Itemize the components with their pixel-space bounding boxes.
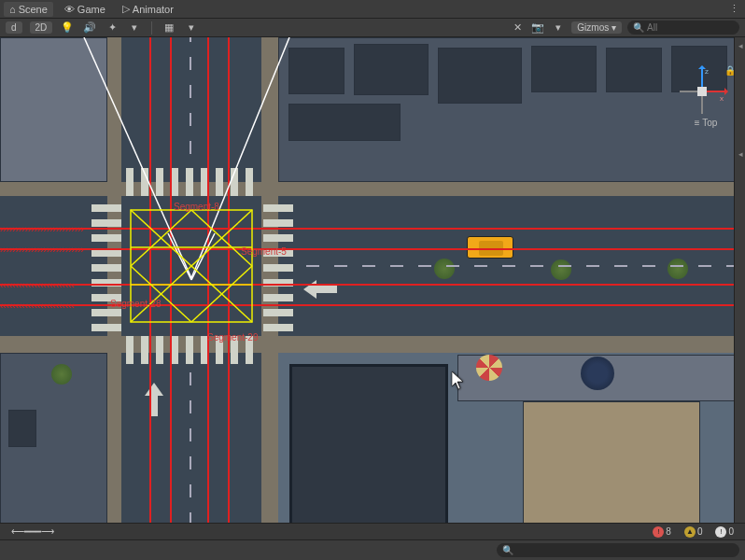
info-icon: ! <box>715 526 726 538</box>
error-icon: ! <box>653 526 664 538</box>
console-search-input[interactable] <box>516 545 600 555</box>
tab-game-label: Game <box>77 4 105 15</box>
road-arrow-left <box>303 280 337 299</box>
scene-icon: ⌂ <box>9 4 16 15</box>
lighting-icon[interactable]: 💡 <box>60 21 75 35</box>
road-arrow-up <box>145 383 163 416</box>
building <box>278 37 736 182</box>
crosswalk <box>126 168 257 196</box>
segment-label: Segment-5 <box>241 246 287 257</box>
lane-divider <box>190 37 191 182</box>
lane-divider <box>190 353 191 525</box>
status-bar: ⟵━━━⟶ !8 ▲0 !0 <box>0 523 745 539</box>
building <box>0 37 107 182</box>
svg-rect-19 <box>697 87 707 96</box>
chevron-icon[interactable]: ◂ <box>738 41 743 50</box>
building <box>438 48 522 104</box>
red-lane-line <box>0 228 745 230</box>
segment-label: Segment-29 <box>207 332 258 343</box>
red-lane-line-v <box>149 37 151 525</box>
building <box>354 44 429 95</box>
tree <box>551 259 571 280</box>
building <box>289 364 448 525</box>
console-search[interactable]: 🔍 <box>497 543 739 557</box>
shaded-dropdown[interactable]: d <box>6 21 22 34</box>
gizmos-label: Gizmos <box>577 22 609 33</box>
warning-icon: ▲ <box>684 526 696 538</box>
red-lane-line <box>0 248 745 250</box>
segment-label: Segment-28 <box>110 299 161 309</box>
scene-search[interactable]: 🔍 <box>627 21 739 35</box>
audio-icon[interactable]: 🔊 <box>82 21 97 35</box>
game-icon: 👁 <box>64 4 75 15</box>
opts-icon[interactable]: ▾ <box>551 21 566 35</box>
segment-label: Segment-8 <box>174 202 219 212</box>
search-input[interactable] <box>647 22 731 33</box>
building <box>531 46 597 92</box>
search-icon: 🔍 <box>502 545 513 555</box>
umbrella-blue <box>581 357 614 390</box>
taxi-car <box>467 236 513 259</box>
red-lane-line <box>0 284 745 286</box>
building <box>8 410 36 447</box>
red-lane-line-v <box>228 37 230 525</box>
warnings-count: 0 <box>697 526 703 537</box>
red-lane-line-v <box>170 37 172 525</box>
building <box>523 401 700 525</box>
tree <box>668 259 688 279</box>
tab-bar: ⌂Scene 👁Game ▷Animator ⋮ <box>0 0 745 19</box>
tab-animator[interactable]: ▷Animator <box>117 1 179 17</box>
tab-animator-label: Animator <box>133 4 174 15</box>
svg-marker-14 <box>724 88 728 95</box>
umbrella <box>476 355 502 381</box>
snap-icon[interactable]: ▾ <box>184 21 199 35</box>
fx-icon[interactable]: ✦ <box>105 21 119 35</box>
axis-x-label: x <box>720 94 724 103</box>
status-warnings[interactable]: ▲0 <box>681 526 707 538</box>
crosswalk <box>263 201 293 331</box>
axis-z-label: z <box>705 67 709 76</box>
road-vertical <box>121 37 261 525</box>
scroll-indicator[interactable]: ⟵━━━⟶ <box>7 526 58 537</box>
building <box>288 48 344 94</box>
right-panel-strip[interactable]: ◂ ◂ <box>734 37 745 525</box>
overflow-menu-icon[interactable]: ⋮ <box>726 2 741 17</box>
camera-icon[interactable]: 📷 <box>530 21 545 35</box>
scene-controlbar: d 2D 💡 🔊 ✦ ▾ ▦ ▾ ✕ 📷 ▾ Gizmos ▾ 🔍 <box>0 19 745 37</box>
chevron-icon[interactable]: ◂ <box>738 149 743 159</box>
status-errors[interactable]: !8 <box>649 526 675 538</box>
lane-divider <box>278 265 745 267</box>
tree <box>51 364 72 385</box>
info-count: 0 <box>728 526 734 537</box>
separator <box>151 21 152 35</box>
tools-icon[interactable]: ✕ <box>510 21 525 35</box>
animator-icon: ▷ <box>122 3 130 15</box>
projection-label[interactable]: ≡ Top <box>687 118 724 128</box>
gizmos-dropdown[interactable]: Gizmos ▾ <box>571 21 622 34</box>
errors-count: 8 <box>666 526 671 537</box>
status-info[interactable]: !0 <box>711 526 738 538</box>
crosswalk <box>91 201 121 331</box>
hidden-icon[interactable]: ▾ <box>127 21 142 35</box>
red-lane-line-v <box>207 37 209 525</box>
tree <box>434 259 455 279</box>
tab-scene[interactable]: ⌂Scene <box>4 2 53 17</box>
tab-game[interactable]: 👁Game <box>59 2 111 17</box>
bottom-bar: 🔍 <box>0 539 745 560</box>
mode-2d-toggle[interactable]: 2D <box>30 21 53 34</box>
building <box>288 104 401 141</box>
axis-gizmo[interactable]: x z <box>676 65 728 118</box>
search-icon: 🔍 <box>633 22 644 33</box>
scene-viewport[interactable]: ››››››››››››››››››››››››››› ››››››››››››… <box>0 37 745 525</box>
tab-scene-label: Scene <box>19 4 48 15</box>
grid-icon[interactable]: ▦ <box>162 21 176 35</box>
building <box>606 48 662 92</box>
